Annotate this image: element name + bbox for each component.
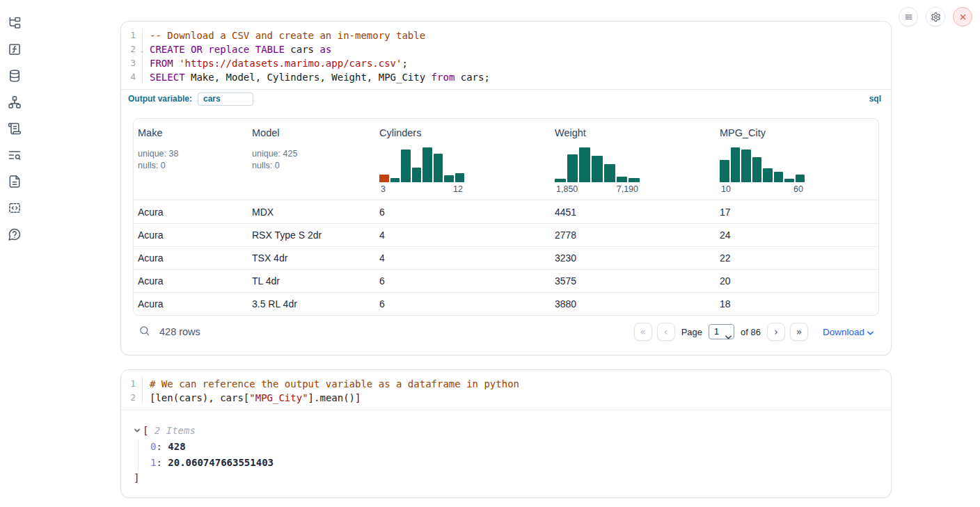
pagination: « ‹ Page 1 of 86 › » Dow [634, 323, 874, 341]
next-page-button[interactable]: › [767, 323, 785, 341]
sidebar [6, 15, 23, 243]
table-footer: 428 rows « ‹ Page 1 of 86 › [133, 316, 879, 348]
search-icon[interactable] [139, 325, 150, 339]
variables-icon[interactable] [6, 41, 23, 58]
output-variable-row: Output variable: sql [121, 89, 891, 108]
code-line[interactable]: 1-- Download a CSV and create an in-memo… [121, 29, 891, 42]
file-explorer-icon[interactable] [6, 15, 23, 31]
table-row[interactable]: AcuraTL 4dr6357520 [134, 269, 878, 292]
code-line[interactable]: 1# We can reference the output variable … [121, 377, 891, 391]
code-line[interactable]: 4SELECT Make, Model, Cylinders, Weight, … [121, 70, 891, 84]
table-row[interactable]: AcuraRSX Type S 2dr4277824 [134, 223, 878, 246]
table-body: AcuraMDX6445117AcuraRSX Type S 2dr427782… [134, 200, 878, 315]
download-button[interactable]: Download [823, 327, 874, 337]
collapse-chevron-icon[interactable] [134, 427, 141, 434]
table-cell: 20 [716, 275, 878, 287]
table-cell: 4451 [551, 207, 716, 218]
output-variable-label: Output variable: [128, 94, 192, 104]
column-header-mpg-city[interactable]: MPG_City 10 60 [716, 119, 878, 200]
scratchpad-icon[interactable] [6, 120, 23, 137]
code-line[interactable]: 3FROM 'https://datasets.marimo.app/cars.… [121, 56, 891, 70]
weight-histogram[interactable] [555, 145, 640, 182]
cylinders-histogram[interactable] [379, 145, 464, 182]
list-close-bracket: ] [134, 471, 879, 485]
column-header-model[interactable]: Model unique: 425 nulls: 0 [248, 119, 375, 200]
list-entries: 0: 4281: 20.060747663551403 [138, 439, 879, 471]
histogram-bar [444, 175, 454, 182]
histogram-bar [579, 147, 590, 182]
sql-cell: 1-- Download a CSV and create an in-memo… [120, 21, 892, 355]
settings-gear-icon[interactable] [926, 7, 945, 26]
previous-page-button[interactable]: ‹ [657, 323, 675, 341]
histogram-bar [422, 147, 432, 182]
table-cell: Acura [134, 275, 248, 287]
table-cell: RSX Type S 2dr [248, 230, 375, 241]
histogram-bar [604, 164, 615, 183]
table-cell: 3.5 RL 4dr [248, 298, 375, 309]
logs-icon[interactable] [6, 147, 23, 163]
python-cell-output: [ 2 Items 0: 4281: 20.060747663551403 ] [121, 410, 891, 497]
list-items-count: 2 Items [148, 425, 195, 436]
column-header-weight[interactable]: Weight 1,850 7,190 [551, 119, 716, 200]
histogram-bar [741, 150, 751, 182]
table-cell: TL 4dr [248, 275, 375, 287]
table-header: Make unique: 38 nulls: 0 Model unique: 4… [134, 119, 878, 200]
line-number: 2⌄ [121, 42, 143, 56]
table-cell: 4 [375, 230, 551, 241]
table-cell: 22 [716, 252, 878, 264]
data-sources-icon[interactable] [6, 67, 23, 84]
histogram-bar [784, 179, 794, 182]
sql-code-editor[interactable]: 1-- Download a CSV and create an in-memo… [121, 22, 891, 89]
histogram-bar [455, 173, 465, 182]
first-page-button[interactable]: « [634, 323, 652, 341]
table-row[interactable]: AcuraTSX 4dr4323022 [134, 246, 878, 269]
model-nulls-stat: nulls: 0 [252, 160, 372, 172]
column-header-cylinders[interactable]: Cylinders 3 12 [375, 119, 551, 200]
histogram-bar [763, 168, 773, 182]
line-number: 2 [121, 391, 143, 405]
mpg-city-histogram[interactable] [720, 145, 805, 182]
table-cell: 24 [716, 230, 878, 241]
list-open-bracket: [ [143, 425, 148, 436]
notebook-actions [899, 7, 972, 26]
histogram-bar [412, 168, 422, 182]
page-select[interactable]: 1 [709, 324, 734, 339]
snippets-icon[interactable] [6, 200, 23, 216]
model-unique-stat: unique: 425 [252, 148, 372, 160]
histogram-bar [390, 178, 400, 182]
histogram-bar [592, 156, 603, 182]
make-unique-stat: unique: 38 [138, 148, 245, 160]
python-cell: 1# We can reference the output variable … [120, 369, 892, 498]
histogram-bar [567, 154, 578, 182]
table-cell: MDX [248, 207, 375, 218]
histogram-bar [774, 172, 784, 182]
code-line[interactable]: 2[len(cars), cars["MPG_City"].mean()] [121, 391, 891, 405]
menu-icon[interactable] [899, 7, 918, 26]
code-line[interactable]: 2⌄CREATE OR replace TABLE cars as [121, 42, 891, 56]
cylinders-min-label: 3 [381, 184, 386, 194]
table-cell: TSX 4dr [248, 252, 375, 264]
table-row[interactable]: AcuraMDX6445117 [134, 200, 878, 223]
fold-chevron-icon[interactable]: ⌄ [141, 43, 144, 57]
python-code-editor[interactable]: 1# We can reference the output variable … [121, 370, 891, 410]
cylinders-max-label: 12 [453, 184, 463, 194]
output-variable-input[interactable] [198, 92, 253, 106]
table-cell: 18 [716, 298, 878, 309]
documentation-icon[interactable] [6, 173, 23, 190]
histogram-bar [731, 147, 741, 182]
help-icon[interactable] [6, 226, 23, 243]
weight-max-label: 7,190 [617, 184, 638, 194]
table-cell: Acura [134, 298, 248, 309]
histogram-bar [555, 179, 566, 182]
page-total-label: of 86 [741, 327, 761, 337]
shutdown-close-icon[interactable] [953, 7, 972, 26]
table-cell: 17 [716, 207, 878, 218]
table-row[interactable]: Acura3.5 RL 4dr6388018 [134, 292, 878, 315]
list-entry: 0: 428 [150, 439, 879, 455]
last-page-button[interactable]: » [790, 323, 808, 341]
dependency-graph-icon[interactable] [6, 94, 23, 111]
column-header-make[interactable]: Make unique: 38 nulls: 0 [134, 119, 248, 200]
mpg-city-min-label: 10 [721, 184, 731, 194]
language-badge: sql [869, 94, 881, 104]
mpg-city-max-label: 60 [793, 184, 803, 194]
